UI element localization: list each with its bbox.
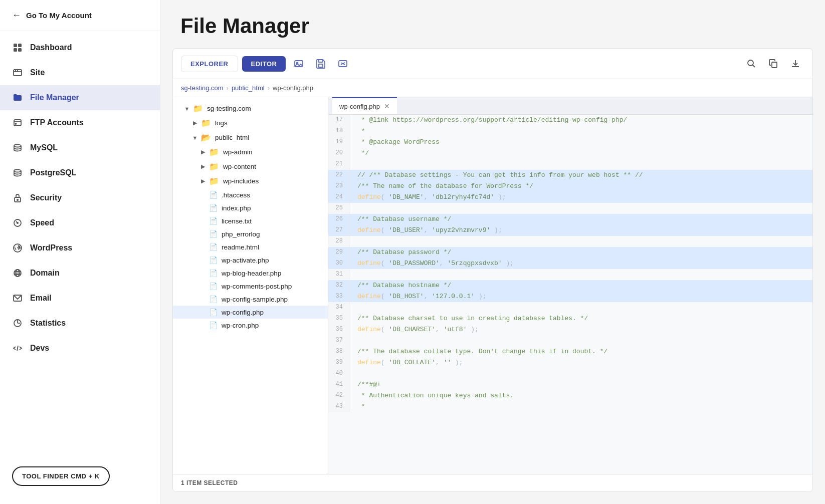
tree-item-sg-testing[interactable]: ▼ 📁 sg-testing.com xyxy=(173,101,328,116)
close-tab-button[interactable]: ✕ xyxy=(384,102,390,110)
folder-icon-wp-admin: 📁 xyxy=(209,147,219,157)
file-icon-wpblogheader: 📄 xyxy=(209,269,218,277)
sidebar-item-mysql[interactable]: MySQL xyxy=(0,135,160,160)
chevron-down-icon: ▼ xyxy=(183,105,191,113)
sidebar-item-speed[interactable]: Speed xyxy=(0,210,160,235)
svg-point-14 xyxy=(17,199,18,200)
sidebar: ← Go To My Account Dashboard xyxy=(0,0,160,504)
file-icon-wpcommentspost: 📄 xyxy=(209,282,218,290)
ftp-icon xyxy=(12,117,23,128)
chevron-right-icon: ▶ xyxy=(191,119,199,127)
svg-point-15 xyxy=(17,222,18,223)
sidebar-item-wordpress[interactable]: WordPress xyxy=(0,235,160,261)
sidebar-footer: TOOL FINDER CMD + K xyxy=(0,458,160,494)
sidebar-item-postgresql[interactable]: PostgreSQL xyxy=(0,160,160,185)
svg-point-34 xyxy=(748,60,753,66)
tree-item-wp-config-sample[interactable]: ▶ 📄 wp-config-sample.php xyxy=(173,293,328,306)
breadcrumb-part-1[interactable]: sg-testing.com xyxy=(181,84,224,92)
explorer-tab-button[interactable]: EXPLORER xyxy=(181,56,238,72)
page-title: File Manager xyxy=(180,14,805,38)
site-icon xyxy=(12,67,23,78)
editor-tab-wp-config[interactable]: wp-config.php ✕ xyxy=(332,97,397,114)
tree-item-readme[interactable]: ▶ 📄 readme.html xyxy=(173,240,328,254)
tree-item-wp-comments-post[interactable]: ▶ 📄 wp-comments-post.php xyxy=(173,280,328,293)
code-line-highlighted: 22 // /** Database settings - You can ge… xyxy=(328,170,812,181)
tree-item-logs[interactable]: ▶ 📁 logs xyxy=(173,116,328,130)
file-icon-phperrorlog: 📄 xyxy=(209,230,218,238)
sidebar-item-statistics-label: Statistics xyxy=(30,319,66,328)
chevron-right-icon-wpincludes: ▶ xyxy=(199,177,207,185)
code-line: 36 define( 'DB_CHARSET', 'utf8' ); xyxy=(328,324,812,335)
code-line-highlighted: 23 /** The name of the database for Word… xyxy=(328,181,812,192)
breadcrumb: sg-testing.com › public_html › wp-config… xyxy=(173,79,812,97)
sidebar-item-dashboard[interactable]: Dashboard xyxy=(0,35,160,60)
sidebar-item-email-label: Email xyxy=(30,294,52,303)
tree-item-wp-blog-header[interactable]: ▶ 📄 wp-blog-header.php xyxy=(173,267,328,280)
sidebar-item-site[interactable]: Site xyxy=(0,60,160,85)
tree-item-htaccess[interactable]: ▶ 📄 .htaccess xyxy=(173,188,328,201)
code-line: 42 * Authentication unique keys and salt… xyxy=(328,390,812,401)
svg-rect-36 xyxy=(772,62,777,68)
code-line-highlighted: 33 define( 'DB_HOST', '127.0.0.1' ); xyxy=(328,291,812,302)
code-line: 38 /** The database collate type. Don't … xyxy=(328,346,812,357)
code-line-highlighted: 27 define( 'DB_USER', 'upyz2vhzmvrv9' ); xyxy=(328,225,812,236)
code-line: 21 xyxy=(328,159,812,170)
code-editor: wp-config.php ✕ 17 * @link https://wordp… xyxy=(328,97,812,474)
tree-item-index-php[interactable]: ▶ 📄 index.php xyxy=(173,201,328,214)
sidebar-item-speed-label: Speed xyxy=(30,218,54,227)
statistics-icon xyxy=(12,318,23,329)
sidebar-item-dashboard-label: Dashboard xyxy=(30,43,72,52)
sidebar-item-security[interactable]: Security xyxy=(0,185,160,210)
speed-icon xyxy=(12,217,23,228)
code-line: 37 xyxy=(328,335,812,346)
postgresql-icon xyxy=(12,167,23,178)
sidebar-item-statistics[interactable]: Statistics xyxy=(0,311,160,336)
fm-content: ▼ 📁 sg-testing.com ▶ 📁 logs ▼ 📂 public_h… xyxy=(173,97,812,474)
sidebar-item-file-manager[interactable]: File Manager xyxy=(0,85,160,110)
tree-item-wp-admin[interactable]: ▶ 📁 wp-admin xyxy=(173,145,328,159)
tree-item-wp-activate[interactable]: ▶ 📄 wp-activate.php xyxy=(173,254,328,267)
code-line: 28 xyxy=(328,236,812,247)
tree-item-wp-includes[interactable]: ▶ 📁 wp-includes xyxy=(173,174,328,188)
lock-icon xyxy=(12,192,23,203)
svg-rect-3 xyxy=(18,48,22,52)
sidebar-item-site-label: Site xyxy=(30,68,45,77)
code-line-highlighted: 29 /** Database password */ xyxy=(328,247,812,258)
tool-finder-button[interactable]: TOOL FINDER CMD + K xyxy=(12,466,110,486)
breadcrumb-part-3: wp-config.php xyxy=(273,84,313,92)
sidebar-item-ftp[interactable]: FTP Accounts xyxy=(0,110,160,135)
go-back-button[interactable]: ← Go To My Account xyxy=(0,0,160,31)
tree-item-wp-cron[interactable]: ▶ 📄 wp-cron.php xyxy=(173,319,328,332)
image-toolbar-icon[interactable] xyxy=(290,55,308,73)
tree-item-php-errorlog[interactable]: ▶ 📄 php_errorlog xyxy=(173,227,328,240)
search-toolbar-icon[interactable] xyxy=(742,55,760,73)
code-line-highlighted: 26 /** Database username */ xyxy=(328,214,812,225)
svg-point-11 xyxy=(14,145,21,147)
folder-open-icon-public: 📂 xyxy=(201,133,211,142)
file-tree: ▼ 📁 sg-testing.com ▶ 📁 logs ▼ 📂 public_h… xyxy=(173,97,328,474)
sidebar-item-security-label: Security xyxy=(30,193,62,202)
main-header: File Manager xyxy=(160,0,825,48)
code-line-highlighted: 24 define( 'DB_NAME', 'dbl2ryhy4fc74d' )… xyxy=(328,192,812,203)
save-toolbar-icon[interactable] xyxy=(312,55,330,73)
editor-tab-button[interactable]: EDITOR xyxy=(242,56,286,72)
code-content[interactable]: 17 * @link https://wordpress.org/support… xyxy=(328,115,812,474)
sidebar-item-devs[interactable]: Devs xyxy=(0,336,160,361)
code-line: 43 * xyxy=(328,401,812,412)
download-toolbar-icon[interactable] xyxy=(786,55,804,73)
file-icon-wpconfig: 📄 xyxy=(209,308,218,316)
tree-item-wp-content[interactable]: ▶ 📁 wp-content xyxy=(173,159,328,174)
sidebar-item-postgresql-label: PostgreSQL xyxy=(30,168,76,177)
tree-item-public-html[interactable]: ▼ 📂 public_html xyxy=(173,130,328,145)
globe-icon xyxy=(12,268,23,279)
breadcrumb-part-2[interactable]: public_html xyxy=(232,84,265,92)
delete-toolbar-icon[interactable] xyxy=(334,55,352,73)
tree-item-wp-config[interactable]: ▶ 📄 wp-config.php xyxy=(173,306,328,319)
folder-icon xyxy=(12,92,23,103)
tree-item-license[interactable]: ▶ 📄 license.txt xyxy=(173,214,328,227)
sidebar-item-email[interactable]: Email xyxy=(0,286,160,311)
chevron-down-icon-public: ▼ xyxy=(191,134,199,142)
sidebar-item-domain[interactable]: Domain xyxy=(0,261,160,286)
svg-line-35 xyxy=(753,65,755,68)
copy-toolbar-icon[interactable] xyxy=(764,55,782,73)
